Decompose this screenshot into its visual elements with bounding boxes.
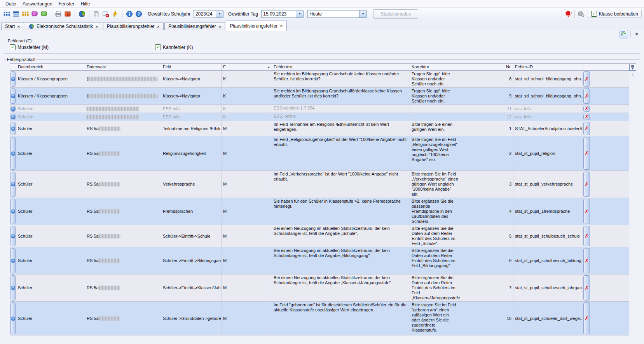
alarm-bell-icon[interactable] xyxy=(564,10,572,18)
database-icon[interactable] xyxy=(577,10,585,18)
kannfehler-checkbox[interactable] xyxy=(155,44,161,50)
delete-row-button[interactable] xyxy=(583,89,590,104)
close-icon[interactable] xyxy=(280,24,283,28)
window-remove-icon[interactable] xyxy=(101,10,110,18)
keep-class-checkbox[interactable] xyxy=(591,11,597,17)
cell-f: M xyxy=(222,171,272,198)
class-window-icon[interactable] xyxy=(12,10,20,18)
table-row: Schüler RS 5a Schüler->Eintritt->Klassen… xyxy=(10,275,629,302)
column-picker-button[interactable] xyxy=(629,64,636,71)
row-help-button[interactable] xyxy=(10,275,16,301)
cell-datensatz: (. xyxy=(85,88,161,104)
cell-f: M xyxy=(222,302,272,335)
help-icon xyxy=(11,94,15,98)
delete-row-button[interactable] xyxy=(583,71,590,87)
redacted-text xyxy=(99,209,120,214)
delete-row-button[interactable] xyxy=(583,122,590,135)
header-datenbereich[interactable]: Datenbereich xyxy=(16,64,85,70)
info-icon[interactable] xyxy=(125,10,134,18)
header-f[interactable]: F xyxy=(222,64,272,70)
header-datensatz[interactable]: Datensatz xyxy=(85,64,161,70)
svg-text:?: ? xyxy=(138,12,140,16)
chevron-down-icon[interactable] xyxy=(216,10,223,18)
menu-fenster[interactable]: Fenster xyxy=(56,1,78,7)
tab-plausibilisierungsfehler-1[interactable]: Plausibilisierungsfehler xyxy=(103,22,164,30)
tab-start[interactable]: Start xyxy=(1,22,24,30)
pupils-icon[interactable] xyxy=(2,10,11,18)
refresh-button[interactable] xyxy=(620,30,628,38)
copy-icon[interactable] xyxy=(92,10,101,18)
menu-hilfe[interactable]: Hilfe xyxy=(77,1,93,7)
teachers-icon[interactable] xyxy=(21,10,30,18)
cell-feld: ESS Info xyxy=(161,113,222,121)
row-help-button[interactable] xyxy=(10,89,16,104)
row-help-button[interactable] xyxy=(10,114,16,120)
row-help-button[interactable] xyxy=(10,248,16,273)
day-select[interactable]: 15.09.2023 xyxy=(261,10,304,18)
scroll-up-icon[interactable] xyxy=(631,72,634,77)
header-fehlertext[interactable]: Fehlertext xyxy=(272,64,410,70)
help-toolbar-icon[interactable]: ? xyxy=(134,10,143,18)
table-header-row: Datenbereich Datensatz Feld F Fehlertext… xyxy=(10,64,629,71)
row-help-button[interactable] xyxy=(10,199,16,224)
close-icon[interactable] xyxy=(218,24,222,29)
cell-datenbereich: Schüler xyxy=(16,136,85,170)
close-icon[interactable] xyxy=(157,24,160,29)
toolbar-separator xyxy=(574,10,575,18)
cell-fehlertext: ESS-Version: 1.7.354 xyxy=(272,105,410,113)
row-help-cell xyxy=(10,105,16,113)
delete-row-button[interactable] xyxy=(583,172,590,197)
cell-actions xyxy=(583,225,590,247)
help-icon xyxy=(11,77,15,81)
delete-row-button[interactable] xyxy=(583,106,590,112)
delete-icon xyxy=(585,258,589,264)
panel-close-button[interactable] xyxy=(633,31,640,38)
row-help-button[interactable] xyxy=(10,122,16,135)
tab-elektronische-schulstatistik[interactable]: Elektronische Schulstatistik xyxy=(25,22,102,30)
tab-plausibilisierungsfehler-3-active[interactable]: Plausibilisierungsfehler xyxy=(226,21,286,31)
help-icon xyxy=(11,127,15,131)
print-icon[interactable] xyxy=(54,10,63,18)
red-book-icon[interactable] xyxy=(63,10,72,18)
delete-row-button[interactable] xyxy=(583,114,590,120)
delete-row-button[interactable] xyxy=(583,248,590,273)
row-help-button[interactable] xyxy=(10,137,16,170)
header-feld[interactable]: Feld xyxy=(161,64,222,70)
menu-datei[interactable]: Datei xyxy=(2,1,19,7)
row-help-button[interactable] xyxy=(10,226,16,246)
help-icon xyxy=(11,286,15,290)
header-fehler-id[interactable]: Fehler-ID xyxy=(513,64,583,70)
mussfehler-checkbox[interactable] xyxy=(10,44,16,50)
delete-row-button[interactable] xyxy=(583,302,590,334)
row-help-button[interactable] xyxy=(10,172,16,197)
delete-row-button[interactable] xyxy=(583,275,590,301)
header-korrektur[interactable]: Korrektur xyxy=(410,64,460,70)
school-year-select[interactable]: 2023/24 xyxy=(194,10,223,18)
day-preset-select[interactable]: Heute xyxy=(307,10,367,18)
kannfehler-checkbox-item[interactable]: Kannfehler (K) xyxy=(155,44,193,50)
cell-korrektur: Bitte tragen Sie im Feld "geboren am" ei… xyxy=(410,302,460,335)
mussfehler-checkbox-item[interactable]: Mussfehler (M) xyxy=(10,44,155,50)
row-help-button[interactable] xyxy=(10,302,16,334)
keep-class-control[interactable]: Klasse beibehalten xyxy=(588,10,642,18)
delete-row-button[interactable] xyxy=(583,137,590,170)
row-help-button[interactable] xyxy=(10,71,16,87)
close-icon[interactable] xyxy=(17,24,20,29)
green-note-icon[interactable] xyxy=(40,10,48,18)
delete-row-button[interactable] xyxy=(583,199,590,224)
chevron-down-icon[interactable] xyxy=(296,10,304,18)
lightning-icon[interactable] xyxy=(111,10,119,18)
chevron-down-icon[interactable] xyxy=(360,10,367,18)
delete-row-button[interactable] xyxy=(583,226,590,246)
row-help-button[interactable] xyxy=(10,106,16,112)
row-help-cell xyxy=(10,302,16,335)
purple-note-icon[interactable] xyxy=(30,10,39,18)
header-nr[interactable]: Nr. xyxy=(460,64,513,70)
vertical-scrollbar[interactable] xyxy=(629,64,636,344)
tab-plausibilisierungsfehler-2[interactable]: Plausibilisierungsfehler xyxy=(164,22,225,30)
menu-auswertungen[interactable]: Auswertungen xyxy=(19,1,56,7)
cell-datensatz: RS 5a xyxy=(85,302,161,335)
pie-chart-icon[interactable] xyxy=(78,10,86,18)
close-icon[interactable] xyxy=(95,24,98,29)
statistics-mode-button[interactable]: Statistikmodus xyxy=(373,9,418,19)
